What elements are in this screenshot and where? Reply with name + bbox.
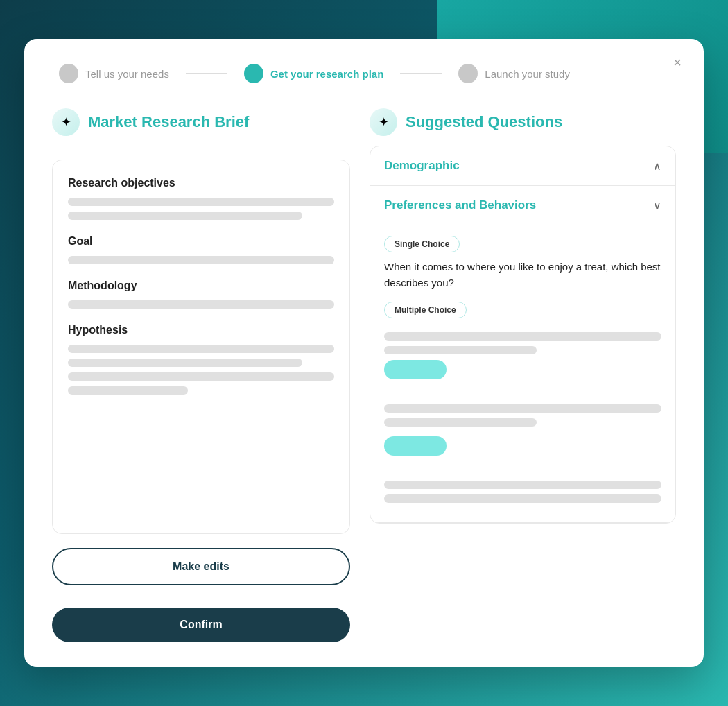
accordion-title-demographic: Demographic — [384, 159, 460, 173]
accordion-preferences: Preferences and Behaviors ∨ Single Choic… — [370, 186, 675, 523]
selected-option-tag[interactable] — [384, 360, 447, 379]
questions-icon: ✦ — [370, 108, 397, 136]
step-circle-get — [244, 64, 263, 83]
close-button[interactable]: × — [666, 51, 688, 74]
brief-card: Research objectives Goal Methodology Hyp… — [52, 160, 350, 534]
step-circle-launch — [458, 64, 478, 83]
questions-header: ✦ Suggested Questions — [370, 108, 676, 136]
skeleton-line — [68, 359, 302, 367]
methodology-label: Methodology — [68, 279, 334, 292]
option-skeleton — [384, 481, 661, 489]
skeleton-line — [68, 212, 302, 220]
questions-card: Demographic ∧ Preferences and Behaviors … — [370, 146, 676, 524]
left-panel: ✦ Market Research Brief Research objecti… — [52, 108, 350, 642]
methodology-section: Methodology — [68, 279, 334, 309]
goal-label: Goal — [68, 235, 334, 248]
option-skeleton — [384, 494, 661, 503]
step-separator-1 — [186, 73, 227, 74]
step-label-tell: Tell us your needs — [85, 68, 169, 80]
modal: × Tell us your needs Get your research p… — [24, 39, 704, 667]
accordion-title-preferences: Preferences and Behaviors — [384, 198, 536, 212]
chevron-up-icon: ∧ — [653, 160, 661, 173]
step-tell-us: Tell us your needs — [59, 64, 169, 83]
questions-title: Suggested Questions — [406, 113, 562, 131]
badge-single-choice: Single Choice — [384, 236, 460, 252]
option-skeleton — [384, 418, 537, 427]
skeleton-line — [68, 345, 334, 353]
hypothesis-section: Hypothesis — [68, 324, 334, 395]
question-text-1: When it comes to where you like to enjoy… — [384, 259, 661, 291]
right-panel: ✦ Suggested Questions Demographic ∧ Pref… — [370, 108, 676, 524]
skeleton-line — [68, 300, 334, 309]
badge-multiple-choice: Multiple Choice — [384, 302, 467, 318]
skeleton-line — [68, 256, 334, 264]
skeleton-line — [68, 198, 334, 206]
option-skeleton — [384, 346, 537, 354]
selected-option-row — [384, 360, 661, 393]
content-area: ✦ Market Research Brief Research objecti… — [52, 108, 676, 642]
stepper: Tell us your needs Get your research pla… — [52, 64, 676, 83]
research-objectives-label: Research objectives — [68, 177, 334, 189]
accordion-header-preferences[interactable]: Preferences and Behaviors ∨ — [370, 186, 675, 225]
brief-icon: ✦ — [52, 108, 80, 136]
accordion-header-demographic[interactable]: Demographic ∧ — [370, 146, 675, 185]
step-get-plan: Get your research plan — [244, 64, 383, 83]
skeleton-line — [68, 372, 334, 381]
brief-title: Market Research Brief — [88, 113, 249, 131]
skeleton-line — [68, 386, 188, 395]
confirm-button[interactable]: Confirm — [52, 608, 350, 642]
make-edits-button[interactable]: Make edits — [52, 548, 350, 585]
accordion-demographic: Demographic ∧ — [370, 146, 675, 186]
research-objectives-section: Research objectives — [68, 177, 334, 220]
brief-header: ✦ Market Research Brief — [52, 108, 350, 136]
goal-section: Goal — [68, 235, 334, 264]
option-skeleton — [384, 332, 661, 341]
chevron-down-icon: ∨ — [653, 199, 661, 212]
hypothesis-label: Hypothesis — [68, 324, 334, 336]
accordion-content-preferences: Single Choice When it comes to where you… — [370, 225, 675, 522]
step-separator-2 — [400, 73, 442, 74]
step-label-get: Get your research plan — [270, 68, 383, 80]
option-skeleton — [384, 404, 661, 413]
step-launch: Launch your study — [458, 64, 570, 83]
step-label-launch: Launch your study — [485, 68, 570, 80]
step-circle-tell — [59, 64, 78, 83]
selected-option-row-2 — [384, 436, 661, 470]
selected-option-tag-2[interactable] — [384, 436, 447, 456]
